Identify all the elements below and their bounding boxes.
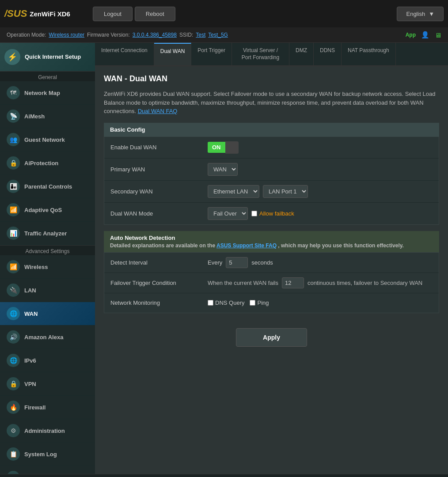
tab-dual-wan[interactable]: Dual WAN [154, 43, 192, 65]
secondary-wan-label: Secondary WAN [110, 188, 208, 195]
sidebar-item-label: AiProtection [24, 160, 58, 167]
sidebar-item-traffic-analyzer[interactable]: 📊 Traffic Analyzer [0, 222, 95, 245]
ping-label[interactable]: Ping [250, 299, 269, 306]
administration-icon: ⚙ [7, 424, 20, 437]
sidebar-item-label: Parental Controls [24, 183, 72, 190]
dual-wan-faq-link[interactable]: Dual WAN FAQ [138, 108, 178, 114]
tabs-bar: Internet Connection Dual WAN Port Trigge… [95, 43, 448, 66]
failover-trigger-row: Failover Trigger Condition When the curr… [104, 273, 439, 293]
tab-internet-connection[interactable]: Internet Connection [95, 43, 154, 65]
sidebar-item-label: Amazon Alexa [24, 334, 63, 341]
sidebar-item-system-log[interactable]: 📋 System Log [0, 443, 95, 466]
toggle-on-label[interactable]: ON [208, 142, 225, 153]
sidebar-item-network-map[interactable]: 🗺 Network Map [0, 81, 95, 105]
network-map-icon: 🗺 [7, 86, 20, 99]
ssid1-link[interactable]: Test [196, 32, 205, 38]
failover-prefix: When the current WAN fails [208, 280, 278, 286]
detect-interval-row: Detect Interval Every seconds [104, 253, 439, 273]
allow-failback-label[interactable]: Allow failback [251, 210, 294, 217]
advanced-section-header: Advanced Settings [0, 245, 95, 255]
secondary-wan-type-select[interactable]: Ethernet LAN [208, 185, 259, 198]
dns-query-checkbox[interactable] [208, 300, 213, 306]
top-bar: /SUS ZenWiFi XD6 Logout Reboot English ▼ [0, 0, 448, 27]
monitor-icon[interactable]: 🖥 [435, 31, 441, 39]
network-monitoring-row: Network Monitoring DNS Query Ping [104, 293, 439, 313]
sidebar-item-lan[interactable]: 🔌 LAN [0, 279, 95, 302]
sidebar-item-administration[interactable]: ⚙ Administration [0, 419, 95, 443]
asus-support-faq-link[interactable]: ASUS Support Site FAQ [216, 242, 277, 249]
primary-wan-label: Primary WAN [110, 166, 208, 173]
reboot-button[interactable]: Reboot [135, 7, 175, 21]
sidebar-item-network-tools[interactable]: 🔧 Network Tools [0, 466, 95, 474]
tab-dmz[interactable]: DMZ [289, 43, 314, 65]
top-nav-buttons: Logout Reboot [93, 7, 392, 21]
tab-ddns[interactable]: DDNS [314, 43, 342, 65]
secondary-wan-port-select[interactable]: LAN Port 1 [263, 185, 308, 198]
sidebar-item-label: System Log [24, 451, 57, 458]
sidebar-item-adaptive-qos[interactable]: 📶 Adaptive QoS [0, 198, 95, 222]
system-log-icon: 📋 [7, 447, 20, 461]
language-label: English [406, 11, 425, 17]
sidebar-item-wan[interactable]: 🌐 WAN [0, 302, 95, 326]
sidebar-item-vpn[interactable]: 🔒 VPN [0, 372, 95, 396]
logo-area: /SUS ZenWiFi XD6 [4, 8, 88, 19]
firmware-label: Firmware Version: [87, 32, 130, 38]
content-area: Internet Connection Dual WAN Port Trigge… [95, 43, 448, 474]
sidebar-item-aiprotection[interactable]: 🔒 AiProtection [0, 151, 95, 175]
sidebar-item-guest-network[interactable]: 👥 Guest Network [0, 128, 95, 151]
dual-wan-mode-row: Dual WAN Mode Fail Over Allow failback [104, 203, 439, 224]
ssid2-link[interactable]: Test_5G [208, 32, 228, 38]
enable-dual-wan-row: Enable Dual WAN ON [104, 137, 439, 159]
language-selector[interactable]: English ▼ [397, 7, 444, 21]
user-icon[interactable]: 👤 [421, 31, 429, 39]
network-monitoring-label: Network Monitoring [110, 299, 208, 306]
sidebar-item-label: Guest Network [24, 136, 65, 143]
detect-prefix: Every [208, 259, 222, 266]
ping-checkbox[interactable] [250, 300, 255, 306]
dual-wan-mode-select[interactable]: Fail Over [208, 207, 248, 220]
dual-wan-mode-control: Fail Over Allow failback [208, 207, 294, 220]
amazon-alexa-icon: 🔊 [7, 330, 20, 344]
sidebar: ⚡ Quick Internet Setup General 🗺 Network… [0, 43, 95, 474]
tab-port-trigger[interactable]: Port Trigger [191, 43, 232, 65]
detect-interval-label: Detect Interval [110, 259, 208, 266]
sidebar-item-aimesh[interactable]: 📡 AiMesh [0, 105, 95, 128]
operation-mode-label: Operation Mode: [7, 32, 46, 38]
logout-button[interactable]: Logout [93, 7, 133, 21]
failover-trigger-label: Failover Trigger Condition [110, 280, 208, 286]
sidebar-item-amazon-alexa[interactable]: 🔊 Amazon Alexa [0, 326, 95, 349]
sidebar-item-ipv6[interactable]: 🌐 IPv6 [0, 349, 95, 372]
dns-query-text: DNS Query [215, 299, 244, 306]
failover-value-input[interactable] [282, 277, 304, 288]
sidebar-item-wireless[interactable]: 📶 Wireless [0, 255, 95, 279]
apply-button[interactable]: Apply [236, 328, 307, 347]
tab-nat-passthrough[interactable]: NAT Passthrough [342, 43, 396, 65]
dns-query-label[interactable]: DNS Query [208, 299, 244, 306]
detect-interval-input[interactable] [226, 257, 248, 268]
sidebar-item-parental-controls[interactable]: 👨‍👧 Parental Controls [0, 175, 95, 198]
wireless-icon: 📶 [7, 260, 20, 273]
sidebar-item-label: Wireless [24, 264, 48, 270]
ssid-label: SSID: [179, 32, 193, 38]
sidebar-item-label: Adaptive QoS [24, 207, 62, 213]
auto-detect-desc: Detailed explanations are available on t… [110, 242, 433, 249]
allow-failback-checkbox[interactable] [251, 211, 257, 216]
ipv6-icon: 🌐 [7, 354, 20, 367]
primary-wan-control: WAN [208, 163, 238, 176]
quick-setup-label: Quick Internet Setup [25, 53, 81, 61]
app-label[interactable]: App [406, 32, 416, 38]
operation-mode-link[interactable]: Wireless router [49, 32, 84, 38]
toggle-off-part[interactable] [225, 141, 239, 154]
vpn-icon: 🔒 [7, 377, 20, 390]
primary-wan-select[interactable]: WAN [208, 163, 238, 176]
primary-wan-row: Primary WAN WAN [104, 159, 439, 181]
dual-wan-toggle[interactable]: ON [208, 141, 239, 154]
sidebar-item-firewall[interactable]: 🔥 Firewall [0, 396, 95, 419]
firmware-link[interactable]: 3.0.0.4.386_45898 [133, 32, 177, 38]
sidebar-item-label: IPv6 [24, 357, 36, 364]
quick-internet-setup[interactable]: ⚡ Quick Internet Setup [0, 43, 95, 72]
lan-icon: 🔌 [7, 284, 20, 297]
tab-virtual-server[interactable]: Virtual Server / Port Forwarding [232, 43, 289, 65]
enable-dual-wan-label: Enable Dual WAN [110, 144, 208, 151]
aiprotection-icon: 🔒 [7, 156, 20, 170]
